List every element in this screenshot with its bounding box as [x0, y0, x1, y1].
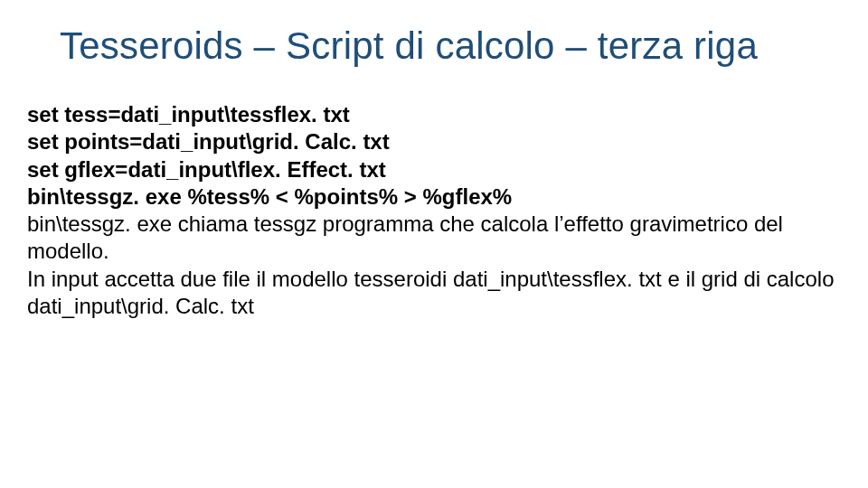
slide-body: set tess=dati_input\tessflex. txt set po…	[27, 101, 841, 320]
script-line-2: set points=dati_input\grid. Calc. txt	[27, 128, 841, 155]
script-line-1: set tess=dati_input\tessflex. txt	[27, 101, 841, 128]
script-line-3: set gflex=dati_input\flex. Effect. txt	[27, 156, 841, 183]
script-line-4: bin\tessgz. exe %tess% < %points% > %gfl…	[27, 183, 841, 211]
explanation-line-2: In input accetta due file il modello tes…	[27, 266, 841, 320]
slide: Tesseroids – Script di calcolo – terza r…	[0, 0, 868, 488]
slide-title: Tesseroids – Script di calcolo – terza r…	[60, 25, 841, 67]
explanation-line-1: bin\tessgz. exe chiama tessgz programma …	[27, 211, 841, 265]
